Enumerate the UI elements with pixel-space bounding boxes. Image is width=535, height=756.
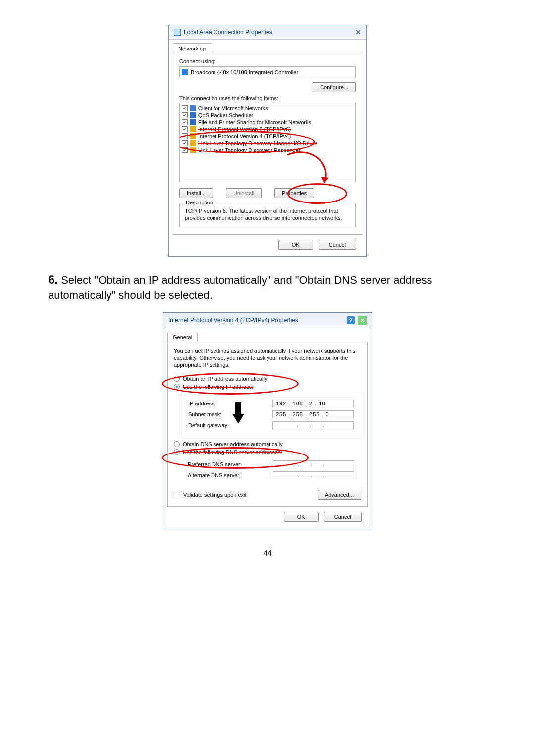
list-item[interactable]: Internet Protocol Version 4 (TCP/IPv4) [182,133,353,140]
close-icon[interactable]: ✕ [358,316,367,325]
cancel-button[interactable]: Cancel [319,240,356,250]
tab-general[interactable]: General [167,332,198,342]
option-dns-manual[interactable]: Use the following DNS server addresses: [174,448,361,456]
checkbox-icon[interactable] [174,492,180,498]
cancel-button[interactable]: Cancel [324,512,362,522]
description-text: TCP/IP version 6. The latest version of … [185,207,350,222]
close-icon[interactable]: ✕ [355,28,361,36]
list-item[interactable]: File and Printer Sharing for Microsoft N… [182,119,353,126]
step-number: 6. [48,273,58,286]
svg-marker-2 [232,414,244,424]
dialog-title: Internet Protocol Version 4 (TCP/IPv4) P… [168,317,298,324]
network-icon [174,29,181,36]
dns-settings-group: Preferred DNS server:. . . Alternate DNS… [181,458,361,486]
option-label: Obtain an IP address automatically [183,376,267,382]
pref-dns-value[interactable]: . . . [273,460,354,468]
step-text: Select "Obtain an IP address automatical… [48,274,432,301]
radio-icon[interactable] [174,441,180,447]
check-icon[interactable] [182,119,188,125]
list-item-label: Link-Layer Topology Discovery Mapper I/O… [198,140,317,146]
ip-address-label: IP address: [188,401,215,406]
list-item[interactable]: Link-Layer Topology Discovery Mapper I/O… [182,140,353,147]
ok-button[interactable]: OK [278,240,313,250]
option-ip-manual[interactable]: Use the following IP address: [174,383,361,391]
check-icon[interactable] [182,140,188,146]
tab-networking[interactable]: Networking [173,43,211,53]
radio-icon[interactable] [174,449,180,455]
radio-icon[interactable] [174,376,180,382]
gateway-value[interactable]: . . . [272,421,354,429]
list-item[interactable]: Internet Protocol Version 6 (TCP/IPv6) [182,126,353,133]
uninstall-button: Uninstall [226,188,262,198]
ip-settings-group: IP address:192 . 168 . 2 . 10 Subnet mas… [181,393,361,436]
description-group: Description TCP/IP version 6. The latest… [179,203,356,227]
alt-dns-label: Alternate DNS server: [188,472,241,478]
configure-button[interactable]: Configure... [313,82,356,92]
page-number: 44 [47,549,488,558]
title-bar: Internet Protocol Version 4 (TCP/IPv4) P… [163,313,372,328]
instruction-step: 6. Select "Obtain an IP address automati… [47,272,488,302]
qos-icon [190,112,196,118]
check-icon[interactable] [182,147,188,153]
option-ip-auto[interactable]: Obtain an IP address automatically [174,375,361,383]
list-item-label: Link-Layer Topology Discovery Responder [198,147,300,153]
alt-dns-value[interactable]: . . . [273,471,354,479]
adapter-icon [182,69,188,75]
option-label: Obtain DNS server address automatically [183,441,283,447]
intro-text: You can get IP settings assigned automat… [174,347,361,369]
check-icon[interactable] [182,133,188,139]
list-item[interactable]: Client for Microsoft Networks [182,105,353,112]
lan-properties-dialog: Local Area Connection Properties ✕ Netwo… [168,25,367,257]
list-item[interactable]: Link-Layer Topology Discovery Responder [182,147,353,153]
connect-using-label: Connect using: [179,58,356,64]
protocol-icon [190,133,196,139]
title-bar: Local Area Connection Properties ✕ [169,25,366,40]
adapter-name: Broadcom 440x 10/100 Integrated Controll… [191,69,298,75]
validate-label: Validate settings upon exit [183,492,247,498]
help-icon[interactable]: ? [347,316,355,324]
install-button[interactable]: Install... [179,188,213,198]
items-label: This connection uses the following items… [179,95,356,101]
list-item-label: QoS Packet Scheduler [198,112,253,118]
dialog-title: Local Area Connection Properties [184,29,272,36]
list-item[interactable]: QoS Packet Scheduler [182,112,353,119]
ip-address-value[interactable]: 192 . 168 . 2 . 10 [272,400,354,407]
description-title: Description [184,200,215,205]
option-label: Use the following DNS server addresses: [183,449,282,455]
list-item-label: Internet Protocol Version 4 (TCP/IPv4) [198,133,291,139]
list-item-label: File and Printer Sharing for Microsoft N… [198,119,311,125]
monitor-icon [190,105,196,111]
list-item-label: Client for Microsoft Networks [198,105,268,111]
properties-button[interactable]: Properties [274,188,314,198]
ipv4-properties-dialog: Internet Protocol Version 4 (TCP/IPv4) P… [163,312,372,530]
file-icon [190,119,196,125]
protocol-icon [190,147,196,153]
adapter-text: Broadcom 440x 10/100 Integrated Controll… [179,66,356,78]
protocol-icon [190,126,196,132]
option-dns-auto[interactable]: Obtain DNS server address automatically [174,440,361,448]
list-item-label: Internet Protocol Version 6 (TCP/IPv6) [198,126,291,132]
subnet-value[interactable]: 255 . 255 . 255 . 0 [272,410,354,418]
items-list[interactable]: Client for Microsoft Networks QoS Packet… [179,103,356,182]
protocol-icon [190,140,196,146]
subnet-label: Subnet mask: [188,411,221,417]
check-icon[interactable] [182,126,188,132]
check-icon[interactable] [182,112,188,118]
validate-checkbox-row[interactable]: Validate settings upon exit [174,492,247,498]
advanced-button[interactable]: Advanced... [318,490,361,500]
check-icon[interactable] [182,105,188,111]
radio-icon[interactable] [174,384,180,390]
black-arrow-icon [231,402,246,424]
pref-dns-label: Preferred DNS server: [188,461,242,467]
option-label: Use the following IP address: [183,384,253,390]
ok-button[interactable]: OK [284,512,319,522]
gateway-label: Default gateway: [188,422,229,428]
